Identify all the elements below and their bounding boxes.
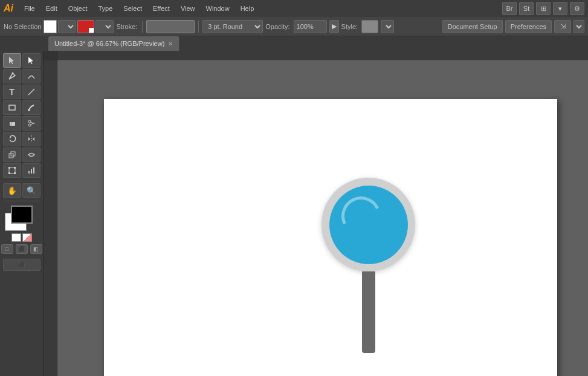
- document-setup-button[interactable]: Document Setup: [442, 20, 503, 33]
- fill-swatch[interactable]: [44, 20, 57, 33]
- settings-icon-btn[interactable]: ⚙: [570, 2, 584, 15]
- document-tab[interactable]: Untitled-3* @ 66.67% (RGB/Preview) ✕: [48, 36, 179, 51]
- pen-tool[interactable]: [3, 69, 21, 83]
- svg-marker-12: [10, 137, 11, 138]
- menu-effect[interactable]: Effect: [148, 3, 175, 14]
- tool-row-nav: ✋ 🔍: [1, 183, 42, 198]
- svg-rect-24: [31, 169, 32, 173]
- tool-row-select: [1, 53, 42, 68]
- opacity-label: Opacity:: [265, 23, 289, 30]
- type-tool[interactable]: T: [3, 85, 21, 99]
- stroke-select[interactable]: [95, 20, 114, 33]
- selection-tool[interactable]: [3, 53, 21, 68]
- tool-row-graph: [1, 163, 42, 178]
- zoom-tool[interactable]: 🔍: [22, 183, 40, 198]
- warp-tool[interactable]: [22, 147, 40, 162]
- arrange-select[interactable]: [573, 20, 584, 33]
- menu-type[interactable]: Type: [94, 3, 118, 14]
- opacity-input[interactable]: [294, 20, 327, 33]
- tab-label: Untitled-3* @ 66.67% (RGB/Preview): [54, 40, 164, 47]
- ruler-corner: [44, 51, 58, 60]
- ruler-left: [44, 51, 58, 376]
- eraser-tool[interactable]: [3, 116, 21, 131]
- reflect-tool[interactable]: [22, 132, 40, 146]
- stroke-swatch[interactable]: [77, 20, 94, 33]
- tool-divider-2: [4, 201, 40, 201]
- menu-help[interactable]: Help: [236, 3, 259, 14]
- main-layout: T: [0, 51, 588, 376]
- style-swatch[interactable]: [361, 20, 378, 33]
- menu-bar: Ai File Edit Object Type Select Effect V…: [0, 0, 588, 17]
- artboard: [104, 99, 557, 376]
- paintbrush-tool[interactable]: [22, 100, 40, 115]
- tool-divider: [4, 181, 40, 181]
- style-select[interactable]: [381, 20, 394, 33]
- view-icon[interactable]: ◧: [30, 244, 42, 254]
- svg-rect-23: [28, 171, 30, 173]
- tab-close-btn[interactable]: ✕: [168, 41, 173, 47]
- menu-object[interactable]: Object: [63, 3, 92, 14]
- scissors-tool[interactable]: [22, 116, 40, 131]
- menu-view[interactable]: View: [176, 3, 200, 14]
- app-logo: Ai: [4, 3, 13, 14]
- svg-marker-15: [33, 137, 34, 141]
- opacity-expand-btn[interactable]: ▶: [329, 20, 339, 33]
- menu-file[interactable]: File: [19, 3, 40, 14]
- stock-icon-btn[interactable]: St: [519, 2, 534, 15]
- divider-2: [198, 21, 199, 33]
- svg-point-8: [28, 120, 31, 123]
- foreground-color-swatch[interactable]: [11, 206, 33, 224]
- rotate-tool[interactable]: [3, 132, 21, 146]
- stroke-color-input[interactable]: [146, 20, 195, 33]
- svg-rect-22: [14, 172, 16, 174]
- artboard-toggle: ⬛: [3, 259, 40, 271]
- screen-mode-icon[interactable]: □: [1, 244, 13, 254]
- magnifier-handle: [362, 271, 375, 353]
- svg-line-3: [28, 89, 34, 95]
- menu-edit[interactable]: Edit: [41, 3, 62, 14]
- tool-row-edit: [1, 116, 42, 131]
- mask-mode-icon[interactable]: [22, 233, 32, 242]
- preferences-button[interactable]: Preferences: [505, 20, 552, 33]
- bridge-icon-btn[interactable]: Br: [502, 2, 517, 15]
- color-swatches: [5, 206, 39, 231]
- toolbox: T: [0, 51, 44, 376]
- direct-select-tool[interactable]: [22, 53, 40, 68]
- normal-mode-icon[interactable]: [11, 233, 21, 242]
- selection-box: No Selection: [4, 20, 114, 33]
- divider-1: [142, 21, 143, 33]
- curvature-tool[interactable]: [22, 69, 40, 83]
- fill-select[interactable]: [58, 20, 76, 33]
- hand-tool[interactable]: ✋: [3, 183, 21, 198]
- tool-row-type: T: [1, 85, 42, 99]
- svg-marker-0: [9, 57, 14, 64]
- stroke-label: Stroke:: [116, 23, 137, 30]
- magnifier-shine: [335, 190, 386, 241]
- tool-row-transform2: [1, 147, 42, 162]
- rect-tool[interactable]: [3, 100, 21, 115]
- svg-rect-4: [9, 105, 15, 110]
- stroke-weight-select[interactable]: 3 pt. Round: [202, 20, 263, 33]
- svg-rect-19: [8, 167, 10, 169]
- svg-rect-21: [8, 172, 10, 174]
- svg-point-9: [28, 124, 31, 126]
- artboard-btn[interactable]: ⬛: [3, 259, 40, 271]
- line-tool[interactable]: [22, 85, 40, 99]
- workspace-dropdown-btn[interactable]: ▾: [553, 2, 567, 15]
- tool-row-transform: [1, 132, 42, 146]
- arrange-button[interactable]: ⇲: [554, 20, 571, 33]
- canvas-area[interactable]: [44, 51, 588, 376]
- magnifier-inner-circle: [329, 186, 408, 264]
- svg-marker-1: [28, 57, 33, 64]
- workspace-icon-btn[interactable]: ⊞: [536, 2, 551, 15]
- magnifier-outer-circle: [321, 178, 415, 271]
- free-transform-tool[interactable]: [3, 163, 21, 178]
- svg-point-5: [28, 109, 30, 111]
- menu-right-icons: Br St ⊞ ▾ ⚙: [502, 2, 584, 15]
- menu-select[interactable]: Select: [118, 3, 147, 14]
- menu-window[interactable]: Window: [201, 3, 234, 14]
- scale-tool[interactable]: [3, 147, 21, 162]
- fullscreen-icon[interactable]: ⬛: [16, 244, 28, 254]
- magnifier-icon: [321, 178, 415, 353]
- chart-tool[interactable]: [22, 163, 40, 178]
